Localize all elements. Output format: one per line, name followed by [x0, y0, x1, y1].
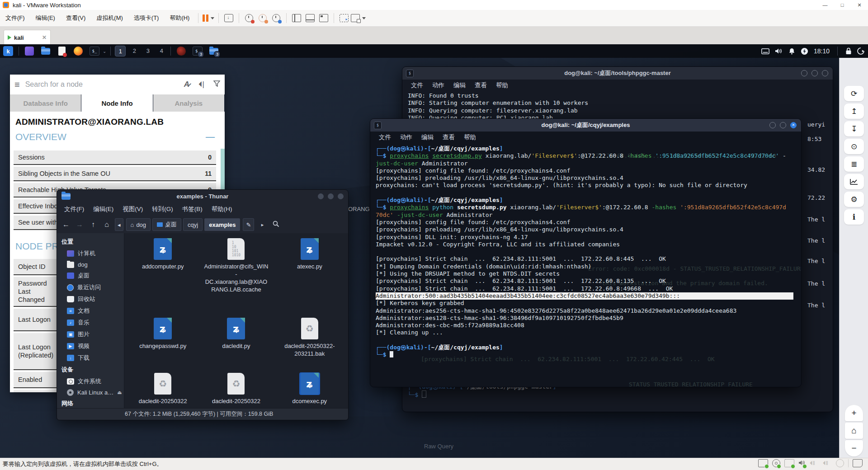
filter-icon[interactable]: [213, 80, 220, 89]
minimize-button[interactable]: [801, 70, 807, 76]
take-snapshot-button[interactable]: [242, 12, 256, 24]
circle-arrow-button[interactable]: ⊙: [844, 139, 864, 154]
terminal-menu-item[interactable]: 动作: [396, 133, 416, 141]
manage-snapshots-button[interactable]: [269, 12, 283, 24]
network-adapter-status-icon[interactable]: [784, 459, 794, 467]
thunar-menu-item[interactable]: 文件(F): [60, 205, 89, 213]
sidebar-item-recent[interactable]: 最近访问: [57, 282, 124, 293]
file-item[interactable]: ♻dacledit-20250322-203211.bak: [273, 317, 346, 372]
maximize-button[interactable]: □: [834, 0, 851, 10]
launcher-dropdown-icon[interactable]: ⌄: [103, 49, 106, 54]
minimize-button[interactable]: [318, 193, 324, 199]
back-button[interactable]: ←: [61, 221, 71, 229]
file-item[interactable]: ʑdacledit.py: [199, 317, 273, 372]
terminal-menu-item[interactable]: 文件: [407, 81, 427, 89]
maximize-button[interactable]: [811, 70, 818, 76]
upload-button[interactable]: ↥: [844, 103, 864, 119]
overview-row[interactable]: Sibling Objects in the Same OU11: [14, 167, 216, 181]
tab-kali[interactable]: kali ✕: [4, 30, 51, 45]
power-manager-icon[interactable]: [801, 47, 808, 55]
eject-icon[interactable]: ⏏: [117, 390, 122, 395]
minimize-button[interactable]: [769, 122, 776, 128]
home-button[interactable]: ⌂: [101, 221, 112, 229]
node-search-input[interactable]: [24, 80, 179, 89]
tab-database-info[interactable]: Database Info: [10, 94, 81, 112]
thunar-window[interactable]: examples - Thunar 文件(F)编辑(E)视图(V)转到(G)书签…: [57, 189, 349, 420]
checklist-button[interactable]: ≣: [844, 156, 864, 172]
sidebar-item-trash[interactable]: 回收站: [57, 293, 124, 305]
vmware-menu-item[interactable]: 文件(F): [0, 14, 30, 22]
logout-icon[interactable]: [857, 47, 864, 55]
tab-node-info[interactable]: Node Info: [81, 94, 152, 112]
download-button[interactable]: ↧: [844, 121, 864, 136]
app-launcher-purple[interactable]: [24, 46, 34, 56]
sidebar-item-folder[interactable]: dog: [57, 259, 124, 270]
menu-icon[interactable]: ≡: [14, 80, 20, 90]
hard-disk-status-icon[interactable]: [758, 459, 768, 467]
vmware-menu-item[interactable]: 编辑(E): [30, 14, 61, 22]
suspend-button[interactable]: [202, 12, 215, 24]
path-crumb-桌面[interactable]: 桌面: [152, 218, 181, 231]
terminal-menu-item[interactable]: 动作: [428, 81, 448, 89]
panel-clock[interactable]: 18:10: [814, 47, 830, 55]
terminal-menu-item[interactable]: 文件: [375, 133, 395, 141]
search-button[interactable]: [270, 221, 281, 229]
revert-snapshot-button[interactable]: [256, 12, 269, 24]
terminal-window-examples[interactable]: $ dog@kali: ~/桌面/cqyj/examples 文件动作编辑查看帮…: [370, 118, 802, 387]
vmware-menu-item[interactable]: 虚拟机(M): [91, 14, 128, 22]
sidebar-item-computer[interactable]: 计算机: [57, 248, 124, 259]
notifications-bell-icon[interactable]: [788, 48, 795, 55]
fullscreen-button[interactable]: [351, 12, 366, 24]
path-scroll-right-button[interactable]: ▸: [257, 222, 268, 228]
refresh-button[interactable]: ⟳: [844, 86, 864, 101]
taskbar-window-files[interactable]: 3: [209, 46, 219, 56]
info-button[interactable]: i: [844, 209, 864, 225]
taskbar-window-dragon[interactable]: [176, 46, 186, 56]
vmware-menu-item[interactable]: 查看(V): [61, 14, 91, 22]
back-icon[interactable]: ⏴|: [198, 80, 204, 89]
overview-row[interactable]: Sessions0: [14, 150, 216, 165]
terminal-menu-item[interactable]: 查看: [439, 133, 459, 141]
up-button[interactable]: ↑: [88, 221, 99, 229]
close-button[interactable]: [338, 193, 344, 199]
home-button[interactable]: ⌂: [845, 423, 863, 439]
path-crumb-examples[interactable]: examples: [204, 218, 240, 231]
tab-analysis[interactable]: Analysis: [153, 94, 224, 112]
file-item[interactable]: ʑatexec.py: [273, 238, 346, 317]
terminal-menu-item[interactable]: 编辑: [449, 81, 470, 89]
file-item[interactable]: ʑchangepasswd.py: [126, 317, 199, 372]
console-terminal-button[interactable]: ▸: [337, 12, 351, 24]
maximize-button[interactable]: [328, 193, 334, 199]
send-ctrl-alt-del-button[interactable]: ↓: [222, 12, 236, 24]
thunar-menu-item[interactable]: 转到(G): [147, 205, 178, 213]
path-scroll-left-button[interactable]: ◂: [115, 218, 123, 231]
close-button[interactable]: [790, 122, 797, 128]
sidebar-item-drive[interactable]: 文件系统: [57, 376, 124, 387]
close-button[interactable]: ✕: [851, 0, 868, 10]
vmware-titlebar[interactable]: kali - VMware Workstation —□✕: [0, 0, 868, 10]
message-log-icon[interactable]: [853, 459, 863, 467]
close-button[interactable]: [822, 70, 828, 76]
file-manager-launcher[interactable]: [41, 46, 51, 56]
thunar-menu-item[interactable]: 编辑(E): [89, 205, 118, 213]
lock-screen-icon[interactable]: [845, 47, 852, 55]
chart-button[interactable]: [844, 174, 864, 189]
show-library-button[interactable]: [290, 12, 303, 24]
thunar-menu-item[interactable]: 视图(V): [118, 205, 147, 213]
sidebar-item-downloads[interactable]: ↓下载: [57, 352, 124, 364]
gears-button[interactable]: ⚙: [844, 192, 864, 207]
thunar-titlebar[interactable]: examples - Thunar: [57, 190, 348, 202]
console-view-button[interactable]: [317, 12, 330, 24]
terminal-menu-item[interactable]: 帮助: [492, 81, 512, 89]
close-tab-icon[interactable]: ✕: [42, 34, 47, 41]
volume-icon[interactable]: [775, 48, 783, 54]
workspace-button[interactable]: 4: [156, 46, 166, 56]
terminal-menu-item[interactable]: 查看: [471, 81, 491, 89]
path-crumb-cqyj[interactable]: cqyj: [183, 218, 203, 231]
thunar-menu-item[interactable]: 帮助(H): [207, 205, 237, 213]
sidebar-item-cdrom[interactable]: Kali Linux a…⏏: [57, 387, 124, 398]
vmware-menu-item[interactable]: 帮助(H): [164, 14, 195, 22]
path-crumb-dog[interactable]: ⌂dog: [126, 218, 151, 231]
thunar-menu-item[interactable]: 书签(B): [178, 205, 207, 213]
show-thumbnail-bar-button[interactable]: [303, 12, 317, 24]
